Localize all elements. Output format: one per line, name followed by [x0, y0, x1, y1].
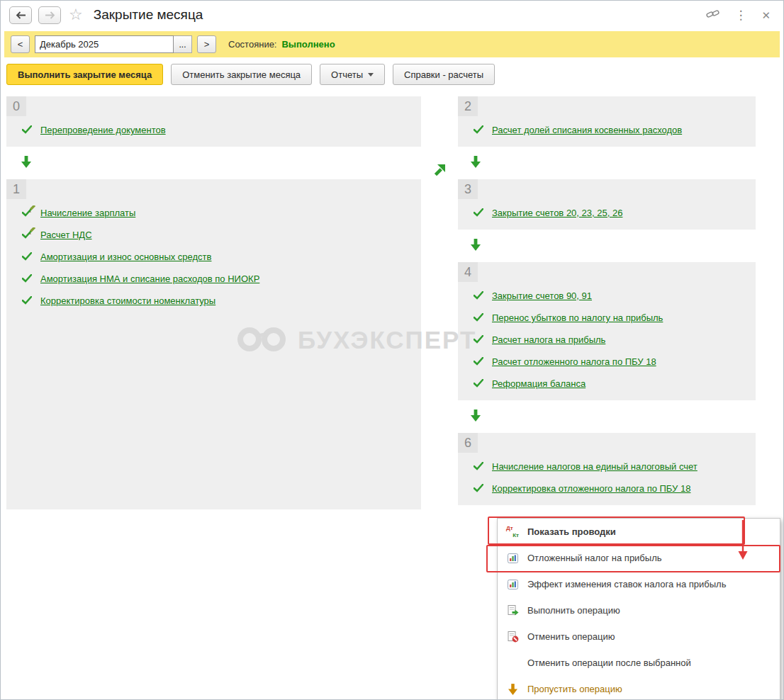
flow-arrow-row	[458, 400, 756, 433]
check-icon	[22, 274, 33, 283]
operation-row[interactable]: Начисление зарплаты	[6, 202, 421, 224]
status-label: Состояние:	[228, 39, 276, 50]
column-right: 2 Расчет долей списания косвенных расход…	[458, 96, 756, 509]
operation-link[interactable]: Расчет долей списания косвенных расходов	[492, 125, 682, 135]
operation-link[interactable]: Амортизация и износ основных средств	[40, 252, 211, 262]
operation-link[interactable]: Перенос убытков по налогу на прибыль	[492, 312, 663, 323]
next-month-button[interactable]: >	[197, 35, 216, 53]
cancel-close-button[interactable]: Отменить закрытие месяца	[171, 64, 312, 85]
operation-link[interactable]: Корректировка стоимости номенклатуры	[40, 295, 215, 306]
check-icon	[22, 252, 33, 261]
favorite-star-icon[interactable]: ☆	[69, 7, 83, 23]
stage-number: 3	[458, 179, 478, 199]
operation-link[interactable]: Расчет НДС	[40, 230, 92, 240]
operation-link[interactable]: Начисление зарплаты	[40, 208, 135, 218]
reports-dropdown-button[interactable]: Отчеты	[320, 64, 385, 85]
down-arrow-icon	[21, 156, 31, 171]
check-icon	[474, 208, 484, 218]
stage-number: 1	[6, 179, 26, 199]
menu-item-cancel-operation[interactable]: Отменить операцию	[498, 623, 780, 650]
prev-month-button[interactable]: <	[11, 35, 30, 53]
operation-link[interactable]: Начисление налогов на единый налоговый с…	[492, 461, 698, 472]
operation-link[interactable]: Закрытие счетов 90, 91	[492, 290, 592, 301]
context-menu: Дт Кт Показать проводки Отложенный налог…	[497, 518, 780, 700]
stage-block-2: 2 Расчет долей списания косвенных расход…	[458, 96, 756, 147]
operation-link[interactable]: Корректировка отложенного налога по ПБУ …	[492, 483, 690, 494]
check-icon	[474, 462, 484, 471]
operation-row[interactable]: Перепроведение документов	[6, 119, 421, 141]
operation-row[interactable]: Расчет отложенного налога по ПБУ 18	[458, 351, 756, 373]
menu-item-label: Отложенный налог на прибыль	[527, 553, 662, 563]
operation-row[interactable]: Корректировка отложенного налога по ПБУ …	[458, 478, 756, 499]
stage-block-3: 3 Закрытие счетов 20, 23, 25, 26	[458, 179, 756, 230]
menu-item-run-operation[interactable]: Выполнить операцию	[498, 597, 780, 623]
stage-number: 2	[458, 96, 478, 116]
period-picker-button[interactable]: ...	[174, 35, 192, 53]
operation-link[interactable]: Перепроведение документов	[40, 125, 166, 135]
operation-row[interactable]: Расчет налога на прибыль	[458, 329, 756, 351]
operation-link[interactable]: Реформация баланса	[492, 378, 586, 389]
stage-block-0: 0 Перепроведение документов	[6, 96, 421, 147]
operation-row[interactable]: Расчет НДС	[6, 224, 421, 246]
menu-item-deferred-tax-report[interactable]: Отложенный налог на прибыль	[498, 545, 780, 571]
period-field: ...	[35, 35, 192, 53]
dropdown-caret-icon	[368, 73, 374, 77]
stage-number: 6	[458, 433, 478, 453]
operation-row[interactable]: Реформация баланса	[458, 373, 756, 395]
report-icon	[506, 578, 520, 590]
menu-item-skip-operation[interactable]: Пропустить операцию	[498, 676, 780, 700]
operation-link[interactable]: Закрытие счетов 20, 23, 25, 26	[492, 208, 622, 218]
close-icon[interactable]: ✕	[757, 9, 775, 22]
operation-row[interactable]: Начисление налогов на единый налоговый с…	[458, 456, 756, 478]
operation-row[interactable]: Закрытие счетов 90, 91	[458, 285, 756, 307]
diagonal-flow-arrow-icon	[432, 164, 445, 180]
operation-link[interactable]: Расчет налога на прибыль	[492, 334, 605, 345]
report-icon	[506, 552, 520, 564]
stages-area: 0 Перепроведение документов 1 Начисление…	[1, 91, 783, 509]
check-icon	[474, 313, 484, 322]
operation-row[interactable]: Расчет долей списания косвенных расходов	[458, 119, 756, 141]
operation-row[interactable]: Амортизация и износ основных средств	[6, 246, 421, 268]
check-icon	[474, 357, 484, 366]
status-value: Выполнено	[281, 39, 335, 50]
column-left: 0 Перепроведение документов 1 Начисление…	[6, 96, 421, 509]
period-input[interactable]	[35, 35, 174, 53]
forward-button[interactable]	[38, 6, 61, 24]
cancel-operation-icon	[506, 631, 520, 643]
operation-row[interactable]: Закрытие счетов 20, 23, 25, 26	[458, 202, 756, 224]
more-menu-icon[interactable]: ⋮	[730, 8, 751, 23]
operation-link[interactable]: Расчет отложенного налога по ПБУ 18	[492, 356, 656, 367]
stage-block-6: 6 Начисление налогов на единый налоговый…	[458, 433, 756, 505]
no-icon	[506, 657, 520, 669]
get-link-icon[interactable]	[702, 7, 724, 23]
menu-item-label: Выполнить операцию	[527, 605, 620, 616]
page-title: Закрытие месяца	[94, 7, 203, 23]
check-icon	[474, 379, 484, 388]
period-bar: < ... > Состояние: Выполнено	[4, 31, 780, 57]
back-button[interactable]	[9, 6, 32, 24]
run-operation-icon	[506, 604, 520, 616]
menu-item-label: Отменить операцию	[527, 631, 615, 642]
menu-item-show-postings[interactable]: Дт Кт Показать проводки	[498, 519, 780, 545]
down-arrow-icon	[471, 156, 481, 171]
skip-operation-icon	[506, 683, 520, 695]
reports-label: Отчеты	[331, 69, 363, 80]
menu-item-label: Отменить операции после выбранной	[527, 657, 691, 668]
menu-item-rate-change-effect-report[interactable]: Эффект изменения ставок налога на прибыл…	[498, 571, 780, 597]
certificates-button[interactable]: Справки - расчеты	[393, 64, 495, 85]
check-icon	[22, 125, 33, 135]
menu-item-cancel-operations-after[interactable]: Отменить операции после выбранной	[498, 650, 780, 676]
dtkt-postings-icon: Дт Кт	[506, 526, 520, 538]
stage-number: 0	[6, 96, 26, 116]
perform-close-button[interactable]: Выполнить закрытие месяца	[6, 64, 163, 85]
operation-link[interactable]: Амортизация НМА и списание расходов по Н…	[40, 273, 259, 284]
stage-block-4: 4 Закрытие счетов 90, 91 Перенос убытков…	[458, 262, 756, 400]
check-edit-icon	[22, 208, 33, 218]
operation-row[interactable]: Амортизация НМА и списание расходов по Н…	[6, 268, 421, 290]
operation-row[interactable]: Корректировка стоимости номенклатуры	[6, 290, 421, 312]
forward-arrow-icon	[45, 11, 55, 19]
menu-item-label: Эффект изменения ставок налога на прибыл…	[527, 579, 726, 589]
stage-block-1: 1 Начисление зарплаты Расчет НДС Амортиз…	[6, 179, 421, 509]
operation-row[interactable]: Перенос убытков по налогу на прибыль	[458, 307, 756, 329]
check-icon	[474, 335, 484, 344]
